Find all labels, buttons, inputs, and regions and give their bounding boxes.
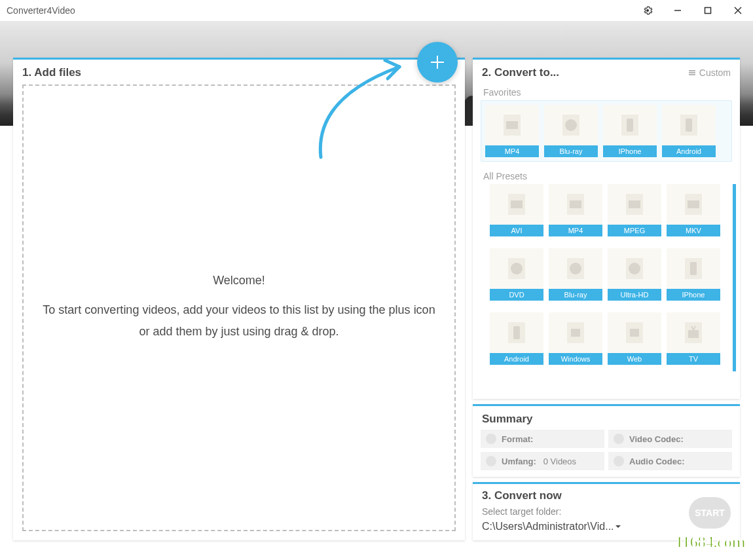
step2-title: 2. Convert to...: [482, 66, 559, 79]
svg-rect-38: [630, 329, 639, 337]
svg-rect-22: [629, 200, 640, 208]
all-presets-label: All Presets: [473, 167, 740, 184]
svg-rect-32: [690, 262, 697, 275]
svg-point-28: [570, 263, 581, 274]
convert-now-panel: 3. Convert now Select target folder: C:\…: [473, 482, 740, 540]
svg-rect-16: [686, 119, 692, 132]
start-button[interactable]: START: [689, 497, 731, 529]
preset-mkv[interactable]: MKV: [667, 184, 720, 236]
preset-mp4[interactable]: MP4: [485, 105, 539, 157]
chevron-down-icon: [614, 523, 622, 531]
preset-iphone-2[interactable]: IPhone: [667, 248, 720, 301]
summary-umfang: Umfang:0 Videos: [481, 452, 604, 470]
step3-title: 3. Convert now: [482, 489, 682, 502]
preset-android-2[interactable]: Android: [490, 312, 543, 365]
preset-row: DVD Blu-ray Ultra-HD IPhone: [490, 248, 727, 301]
summary-video-codec: Video Codec:: [608, 430, 732, 448]
preset-android[interactable]: Android: [662, 105, 716, 157]
target-folder-dropdown[interactable]: C:\Users\Administrator\Vid...: [482, 521, 682, 532]
minimize-button[interactable]: [663, 0, 693, 21]
maximize-button[interactable]: [693, 0, 723, 21]
svg-rect-14: [627, 119, 633, 132]
menu-icon: [688, 68, 697, 77]
svg-point-26: [511, 263, 523, 274]
svg-rect-18: [511, 200, 523, 208]
app-title: Converter4Video: [7, 5, 75, 16]
tip-text: To start converting videos, add your vid…: [37, 299, 441, 342]
scrollbar[interactable]: [733, 184, 736, 371]
svg-rect-24: [688, 200, 699, 208]
summary-audio-codec: Audio Codec:: [608, 452, 732, 470]
svg-rect-20: [570, 200, 581, 208]
summary-title: Summary: [473, 406, 740, 430]
svg-rect-10: [506, 121, 518, 129]
custom-label: Custom: [699, 67, 731, 78]
preset-bluray[interactable]: Blu-ray: [544, 105, 598, 157]
preset-tv[interactable]: TV: [667, 312, 720, 365]
custom-button[interactable]: Custom: [688, 67, 731, 78]
preset-avi[interactable]: AVI: [490, 184, 543, 236]
svg-rect-1: [705, 8, 711, 14]
welcome-text: Welcome!: [213, 274, 265, 288]
add-files-button[interactable]: [417, 42, 458, 83]
preset-web[interactable]: Web: [608, 312, 661, 365]
convert-to-panel: 2. Convert to... Custom Favorites MP4 Bl…: [473, 58, 740, 399]
preset-bluray-2[interactable]: Blu-ray: [549, 248, 602, 301]
preset-dvd[interactable]: DVD: [490, 248, 543, 301]
preset-mp4-2[interactable]: MP4: [549, 184, 602, 236]
close-button[interactable]: [723, 0, 753, 21]
titlebar: Converter4Video: [0, 0, 753, 21]
summary-panel: Summary Format: Video Codec: Umfang:0 Vi…: [473, 404, 740, 477]
arrow-hint-icon: [308, 52, 426, 164]
preset-mpeg[interactable]: MPEG: [608, 184, 661, 236]
settings-gear-icon[interactable]: [633, 0, 663, 21]
preset-row: AVI MP4 MPEG MKV: [490, 184, 727, 236]
start-label: START: [695, 508, 725, 518]
summary-format: Format:: [481, 430, 604, 448]
all-presets-scroll[interactable]: AVI MP4 MPEG MKV DVD Blu-ray Ultra-HD IP…: [482, 184, 737, 369]
target-folder-label: Select target folder:: [482, 506, 682, 517]
svg-point-12: [565, 119, 577, 131]
preset-windows[interactable]: Windows: [549, 312, 602, 365]
watermark: 11684.com: [675, 532, 745, 552]
preset-row: Android Windows Web TV: [490, 312, 727, 365]
target-folder-path: C:\Users\Administrator\Vid...: [482, 521, 614, 532]
favorites-label: Favorites: [473, 83, 740, 100]
svg-rect-34: [513, 326, 520, 339]
preset-iphone[interactable]: IPhone: [603, 105, 657, 157]
svg-rect-36: [571, 329, 580, 337]
preset-ultrahd[interactable]: Ultra-HD: [608, 248, 661, 301]
favorites-group: MP4 Blu-ray IPhone Android: [481, 100, 732, 162]
svg-point-30: [629, 263, 640, 274]
svg-rect-40: [688, 330, 699, 338]
